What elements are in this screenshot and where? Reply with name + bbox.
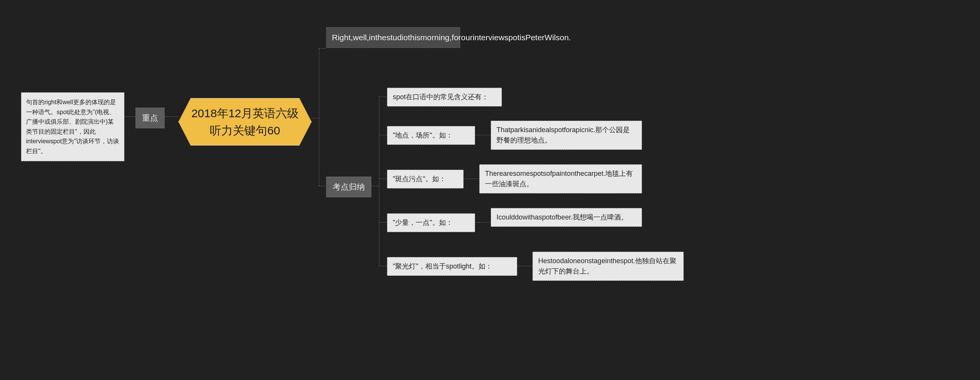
term-1[interactable]: "地点，场所"。如：: [387, 126, 475, 145]
left-branch-label[interactable]: 重点: [136, 108, 165, 128]
example-4[interactable]: Hestoodaloneonstageinthespot.他独自站在聚光灯下的舞…: [532, 252, 684, 281]
intro-line[interactable]: spot在口语中的常见含义还有：: [387, 88, 502, 106]
center-title: 2018年12月英语六级听力关键句60: [179, 98, 311, 145]
term-2[interactable]: "斑点污点"。如：: [387, 170, 464, 188]
example-2[interactable]: Therearesomespotsofpaintonthecarpet.地毯上有…: [479, 164, 642, 193]
section-label[interactable]: 考点归纳: [326, 177, 371, 197]
example-1[interactable]: Thatparkisanidealspotforapicnic.那个公园是野餐的…: [491, 121, 642, 150]
center-node[interactable]: 2018年12月英语六级听力关键句60: [178, 98, 312, 146]
example-3[interactable]: Icoulddowithaspotofbeer.我想喝一点啤酒。: [491, 208, 642, 227]
mindmap-canvas: 2018年12月英语六级听力关键句60 重点 句首的right和well更多的体…: [0, 0, 980, 380]
term-4[interactable]: "聚光灯"，相当于spotlight。如：: [387, 257, 517, 276]
term-3[interactable]: "少量，一点"。如：: [387, 213, 475, 232]
sample-sentence[interactable]: Right,well,inthestudiothismorning,forour…: [326, 27, 460, 48]
left-detail-box[interactable]: 句首的right和well更多的体现的是一种语气。spot此处意为"(电视、广播…: [21, 92, 124, 161]
